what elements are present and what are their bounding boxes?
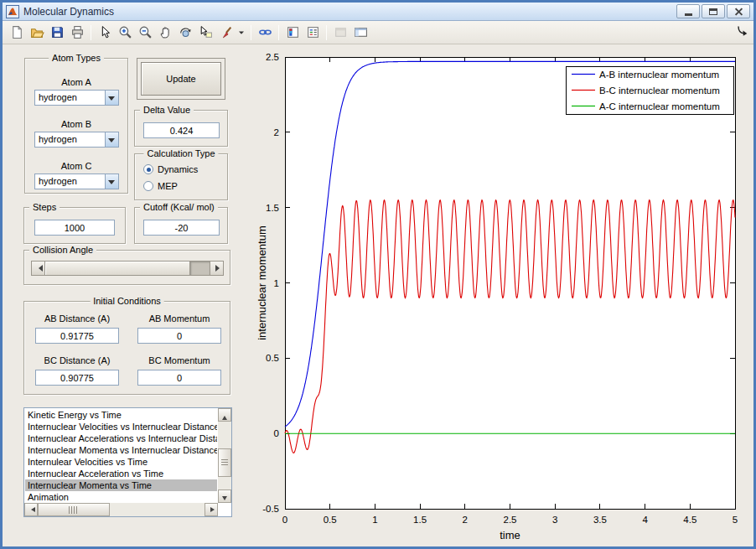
- atom-a-selected-value: hydrogen: [35, 91, 105, 105]
- show-plot-tools-icon[interactable]: [351, 23, 370, 42]
- ab-distance-field[interactable]: [35, 328, 119, 344]
- list-item[interactable]: Animation: [25, 491, 217, 502]
- data-cursor-icon[interactable]: [196, 23, 215, 42]
- radio-mep[interactable]: MEP: [143, 181, 178, 191]
- bc-distance-field[interactable]: [35, 370, 119, 386]
- steps-group: Steps: [23, 207, 126, 244]
- slider-track[interactable]: [190, 262, 210, 275]
- atom-c-selected-value: hydrogen: [35, 174, 105, 189]
- maximize-button[interactable]: [702, 4, 725, 18]
- x-tick-label: 4.5: [683, 515, 696, 525]
- list-item[interactable]: Internuclear Accelerations vs Internucle…: [25, 432, 217, 444]
- list-item[interactable]: Internuclear Acceleration vs Time: [25, 468, 217, 479]
- collision-angle-slider[interactable]: [31, 261, 224, 276]
- radio-circle[interactable]: [143, 181, 153, 191]
- insert-legend-icon[interactable]: [303, 23, 322, 42]
- plot-type-listbox[interactable]: Kinetic Energy vs TimeInternuclear Veloc…: [23, 407, 232, 517]
- legend-entry-label: A-C internuclear momentum: [599, 101, 720, 111]
- atom-a-select[interactable]: hydrogen: [34, 90, 119, 106]
- minimize-button[interactable]: [676, 4, 700, 18]
- vertical-scroll-thumb[interactable]: [218, 448, 231, 477]
- horizontal-scroll-track[interactable]: [110, 503, 205, 516]
- x-tick-label: 4: [642, 515, 648, 525]
- edit-plot-arrow-icon[interactable]: [96, 23, 114, 42]
- legend-entry-label: B-C internuclear momentum: [599, 85, 720, 96]
- ab-distance-label: AB Distance (A): [31, 313, 123, 324]
- y-tick-label: 0: [274, 428, 279, 438]
- save-icon[interactable]: [48, 23, 66, 42]
- y-tick-label: 1.5: [266, 203, 279, 213]
- minimize-icon: [685, 13, 692, 16]
- radio-circle[interactable]: [143, 164, 153, 174]
- brush-dropdown-chevron-icon[interactable]: [236, 23, 246, 42]
- chevron-down-icon[interactable]: [105, 91, 118, 105]
- horizontal-scroll-thumb[interactable]: [38, 503, 110, 516]
- delta-value-field[interactable]: [143, 122, 220, 138]
- scroll-right-arrow-icon[interactable]: [205, 503, 218, 516]
- list-item[interactable]: Internuclear Momenta vs Internuclear Dis…: [25, 444, 217, 456]
- x-tick-label: 0: [282, 515, 287, 525]
- title-bar[interactable]: Molecular Dynamics: [3, 3, 753, 21]
- update-button[interactable]: Update: [141, 62, 221, 96]
- link-plot-icon[interactable]: [256, 23, 274, 42]
- atom-c-select[interactable]: hydrogen: [34, 174, 119, 189]
- bc-momentum-field[interactable]: [137, 370, 221, 386]
- scroll-up-arrow-icon[interactable]: [218, 408, 231, 422]
- ab-momentum-field[interactable]: [137, 328, 221, 344]
- slider-thumb[interactable]: [45, 262, 190, 275]
- slider-right-arrow[interactable]: [210, 262, 223, 275]
- list-item[interactable]: Internuclear Momenta vs Time: [25, 479, 217, 491]
- window-controls: [676, 4, 750, 18]
- toolbar-separator: [278, 25, 279, 40]
- radio-mep-label: MEP: [158, 181, 178, 191]
- dock-figure-icon[interactable]: [737, 25, 749, 38]
- atom-a-label: Atom A: [25, 77, 127, 87]
- bc-momentum-label: BC Momentum: [133, 355, 225, 365]
- x-tick-label: 0.5: [324, 515, 337, 525]
- close-button[interactable]: [727, 4, 750, 18]
- y-tick-label: 2.5: [266, 52, 279, 62]
- listbox-horizontal-scrollbar[interactable]: [24, 503, 218, 516]
- initial-conditions-group-label: Initial Conditions: [90, 296, 164, 306]
- y-tick-label: 1: [274, 278, 279, 288]
- atom-b-select[interactable]: hydrogen: [34, 132, 119, 148]
- cutoff-field[interactable]: [143, 220, 220, 236]
- cutoff-group-label: Cutoff (Kcal/ mol): [140, 202, 218, 212]
- steps-field[interactable]: [34, 220, 115, 236]
- open-file-icon[interactable]: [28, 23, 46, 42]
- y-tick-label: 2: [274, 127, 279, 137]
- rotate-3d-icon[interactable]: [176, 23, 194, 42]
- x-axis-label: time: [500, 529, 520, 541]
- print-icon[interactable]: [68, 23, 86, 42]
- listbox-vertical-scrollbar[interactable]: [218, 408, 231, 503]
- brush-data-icon[interactable]: [216, 23, 235, 42]
- chevron-down-icon[interactable]: [105, 132, 118, 147]
- scroll-down-arrow-icon[interactable]: [218, 489, 231, 503]
- zoom-in-icon[interactable]: [116, 23, 134, 42]
- x-tick-label: 2: [463, 515, 468, 525]
- window-title: Molecular Dynamics: [23, 6, 114, 18]
- cutoff-group: Cutoff (Kcal/ mol): [134, 207, 228, 244]
- atom-c-label: Atom C: [25, 161, 127, 171]
- chevron-down-icon[interactable]: [105, 174, 118, 189]
- new-figure-icon[interactable]: [8, 23, 26, 42]
- listbox-items: Kinetic Energy vs TimeInternuclear Veloc…: [25, 409, 217, 502]
- list-item[interactable]: Internulear Velocities vs Time: [25, 456, 217, 468]
- list-item[interactable]: Kinetic Energy vs Time: [25, 409, 217, 421]
- zoom-out-icon[interactable]: [136, 23, 154, 42]
- insert-colorbar-icon[interactable]: [283, 23, 302, 42]
- maximize-icon: [709, 8, 717, 15]
- y-tick-label: -0.5: [262, 504, 279, 514]
- radio-selected-dot: [147, 168, 151, 172]
- close-icon: [734, 7, 743, 16]
- atom-types-group: Atom Types Atom A hydrogen Atom B hydrog…: [24, 58, 128, 194]
- ab-momentum-label: AB Momentum: [133, 313, 225, 324]
- radio-dynamics[interactable]: Dynamics: [143, 164, 198, 174]
- pan-hand-icon[interactable]: [156, 23, 174, 42]
- list-item[interactable]: Internuclear Velocities vs Internuclear …: [25, 421, 217, 432]
- slider-left-arrow[interactable]: [32, 262, 45, 275]
- hide-plot-tools-icon: [331, 23, 350, 42]
- atom-b-selected-value: hydrogen: [35, 132, 105, 147]
- plot-area[interactable]: 00.511.522.533.544.55-0.500.511.522.5tim…: [254, 44, 753, 546]
- scroll-left-arrow-icon[interactable]: [24, 503, 38, 516]
